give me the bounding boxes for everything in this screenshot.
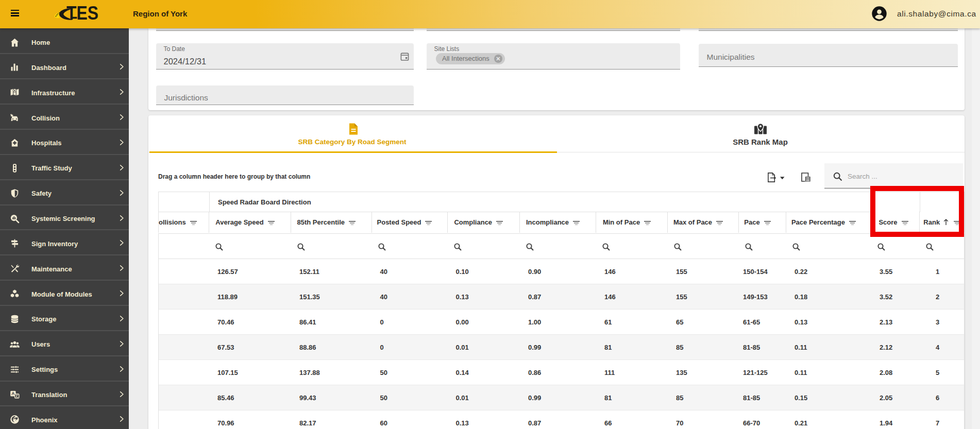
svg-text:TES: TES xyxy=(66,4,98,24)
